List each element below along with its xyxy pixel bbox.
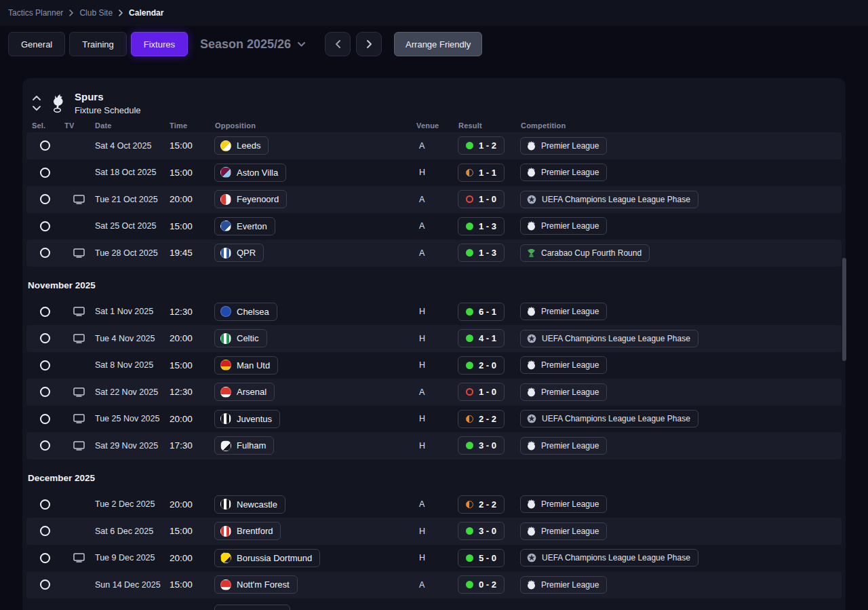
opposition-pill[interactable]: Arsenal [214,383,275,401]
fixture-time: 17:30 [169,440,214,451]
competition-pill[interactable]: UEFA Champions League League Phase [520,410,698,427]
competition-pill[interactable]: Premier League [520,495,607,513]
previous-button[interactable] [325,32,351,56]
select-radio[interactable] [40,221,50,231]
fixture-time: 20:00 [169,499,214,510]
opposition-pill[interactable]: Newcastle [214,495,285,514]
result-pill[interactable]: 5 - 0 [458,549,505,567]
competition-pill[interactable]: Premier League [520,217,607,235]
opposition-pill[interactable]: Feyenoord [214,190,287,208]
competition-pill[interactable]: Premier League [520,303,607,320]
fixture-date: Sat 8 Nov 2025 [94,360,169,370]
opposition-pill[interactable]: Celtic [214,329,267,347]
competition-pill[interactable]: Premier League [520,437,607,455]
result-pill[interactable]: 1 - 0 [458,190,505,208]
competition-pill[interactable]: UEFA Champions League League Phase [520,191,698,208]
result-pill[interactable]: 3 - 0 [458,436,505,455]
select-radio[interactable] [40,307,50,317]
score-label: 2 - 2 [479,414,496,424]
fixture-row[interactable]: Tue 25 Nov 2025 20:00 Juventus H 2 - 2 U… [26,406,842,433]
competition-pill[interactable]: Premier League [520,164,607,181]
fixture-row[interactable]: Tue 9 Dec 2025 20:00 Borussia Dortmund H… [26,545,842,572]
tab-fixtures[interactable]: Fixtures [131,32,188,56]
competition-label: Premier League [541,580,599,590]
competition-pill[interactable]: Premier League [520,356,607,374]
venue-label: H [416,307,458,316]
select-radio[interactable] [40,499,50,510]
competition-pill[interactable]: Premier League [520,522,607,540]
fixture-row[interactable]: Tue 21 Oct 2025 20:00 Feyenoord A 1 - 0 … [26,186,842,213]
opposition-pill[interactable]: Everton [214,217,275,235]
result-pill[interactable]: 1 - 3 [458,217,505,235]
result-pill[interactable]: 6 - 1 [458,303,505,321]
scrollbar-thumb[interactable] [842,258,846,361]
fixture-row[interactable]: Sat 6 Dec 2025 15:00 Brentford H 3 - 0 P… [26,518,842,545]
fixture-row[interactable]: Tue 28 Oct 2025 19:45 QPR A 1 - 3 Caraba… [26,240,842,267]
fixture-row[interactable]: Sat 18 Oct 2025 15:00 Aston Villa H 1 - … [26,159,842,187]
result-pill[interactable]: 4 - 1 [458,329,505,347]
fixture-row[interactable]: Sat 1 Nov 2025 12:30 Chelsea H 6 - 1 Pre… [26,299,842,326]
select-radio[interactable] [40,553,50,563]
select-radio[interactable] [40,440,50,451]
competition-pill[interactable]: Premier League [520,576,607,594]
opposition-pill[interactable]: Brentford [214,522,281,540]
opposition-pill[interactable]: Leeds [214,136,269,155]
opposition-pill[interactable]: Nott'm Forest [214,575,298,594]
result-pill[interactable]: 1 - 3 [458,244,505,262]
arrange-friendly-button[interactable]: Arrange Friendly [394,32,482,56]
opposition-pill[interactable]: Chelsea [214,303,277,321]
opposition-pill[interactable]: Man Utd [214,356,278,375]
fixture-row[interactable]: Sun 14 Dec 2025 15:00 Nott'm Forest A 0 … [26,571,842,598]
opposition-pill[interactable]: Fulham [214,436,274,455]
fixture-time: 15:00 [169,140,214,151]
result-pill[interactable]: 2 - 2 [458,495,505,514]
fixture-row[interactable]: Sat 8 Nov 2025 15:00 Man Utd H 2 - 0 Pre… [26,352,842,379]
select-radio[interactable] [40,414,50,424]
season-selector[interactable]: Season 2025/26 [200,37,306,52]
select-radio[interactable] [40,526,50,536]
competition-pill[interactable]: Carabao Cup Fourth Round [520,244,650,262]
opposition-pill[interactable]: Aston Villa [214,164,286,182]
fixture-date: Sat 25 Oct 2025 [94,221,169,231]
next-button[interactable] [356,32,382,56]
select-radio[interactable] [40,333,50,343]
fixture-row[interactable]: Tue 2 Dec 2025 20:00 Newcastle A 2 - 2 P… [26,491,842,518]
opposition-pill[interactable]: Borussia Dortmund [214,549,320,567]
result-pill[interactable]: 0 - 2 [458,575,505,594]
venue-label: H [416,553,458,563]
select-radio[interactable] [40,360,50,370]
select-radio[interactable] [40,168,50,178]
result-pill[interactable]: 3 - 0 [458,522,505,540]
select-radio[interactable] [40,579,50,590]
opposition-pill[interactable]: QPR [214,244,264,262]
fixture-row[interactable]: Sat 25 Oct 2025 15:00 Everton A 1 - 3 Pr… [26,213,842,240]
select-radio[interactable] [40,248,50,258]
competition-pill[interactable]: Premier League [520,137,607,155]
competition-pill[interactable]: UEFA Champions League League Phase [520,549,698,567]
fixture-row[interactable]: Sat 22 Nov 2025 12:30 Arsenal A 1 - 0 Pr… [26,379,842,406]
select-radio[interactable] [40,140,50,151]
result-pill[interactable]: 1 - 1 [458,164,505,182]
fixture-row[interactable]: Tue 4 Nov 2025 20:00 Celtic H 4 - 1 UEFA… [26,325,842,352]
breadcrumb-item-club-site[interactable]: Club Site [79,8,113,18]
select-radio[interactable] [40,387,50,397]
collapse-up-icon[interactable] [33,96,41,100]
result-pill[interactable]: 2 - 2 [458,410,505,428]
opposition-pill[interactable]: Juventus [214,410,280,428]
select-radio[interactable] [40,194,50,204]
tab-general[interactable]: General [8,32,65,56]
fixture-date: Sat 29 Nov 2025 [94,441,169,451]
tab-training[interactable]: Training [69,32,126,56]
chevron-right-icon [68,9,74,16]
competition-label: Premier League [541,168,599,177]
fixture-row[interactable]: Sat 4 Oct 2025 15:00 Leeds A 1 - 2 Premi… [26,132,842,159]
breadcrumb-item-tactics-planner[interactable]: Tactics Planner [8,8,63,18]
collapse-down-icon[interactable] [33,106,41,111]
result-pill[interactable]: 1 - 2 [458,136,505,155]
result-pill[interactable]: 1 - 0 [458,383,505,401]
champions-league-icon [527,414,536,423]
competition-pill[interactable]: UEFA Champions League League Phase [520,330,698,347]
result-pill[interactable]: 2 - 0 [458,356,505,375]
competition-pill[interactable]: Premier League [520,383,607,401]
fixture-row[interactable]: Sat 29 Nov 2025 17:30 Fulham H 3 - 0 Pre… [26,432,842,459]
